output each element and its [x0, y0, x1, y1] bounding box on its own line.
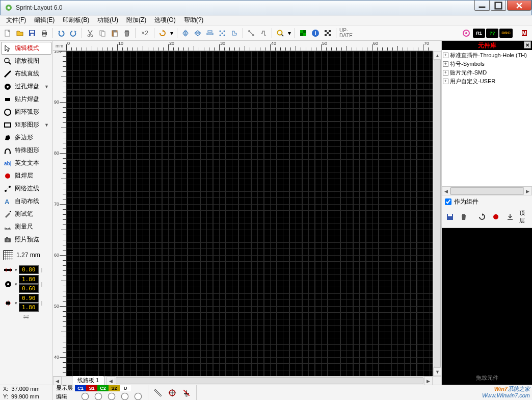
library-close-button[interactable]: ✕: [524, 41, 531, 48]
paste-button[interactable]: [109, 28, 120, 39]
layer-radio-S2[interactable]: [121, 395, 129, 401]
menu-file[interactable]: 文件(F): [2, 15, 30, 26]
pcb-canvas[interactable]: [66, 51, 433, 376]
horizontal-scrollbar[interactable]: ◀ 线路板 1 ◀ ▶: [53, 376, 441, 385]
tool-track[interactable]: 布线直线: [1, 67, 51, 80]
align-button[interactable]: [204, 28, 216, 39]
expand-icon[interactable]: +: [443, 61, 448, 67]
menu-help[interactable]: 帮助(?): [180, 15, 208, 26]
tool-mask[interactable]: 阻焊层: [1, 169, 51, 182]
contrast-mode-button[interactable]: [152, 387, 164, 398]
tree-item[interactable]: +符号-Symbols: [443, 60, 531, 68]
tool-rect[interactable]: 矩形图形▼: [1, 118, 51, 131]
layer-swatch-C1[interactable]: C1: [75, 385, 86, 391]
lib-refresh-button[interactable]: [477, 211, 487, 222]
save-button[interactable]: [26, 28, 38, 39]
transparent-button[interactable]: [298, 28, 309, 39]
lib-record-button[interactable]: [491, 211, 501, 222]
expand-icon[interactable]: +: [443, 70, 448, 76]
redo-button[interactable]: [68, 28, 79, 39]
target-button[interactable]: [461, 28, 472, 39]
menu-options[interactable]: 选项(O): [150, 15, 179, 26]
expand-icon[interactable]: +: [443, 53, 448, 58]
tool-photo[interactable]: 照片预览: [1, 233, 51, 246]
vertical-scrollbar[interactable]: ▲ ▼: [433, 51, 441, 376]
board-tab[interactable]: 线路板 1: [72, 376, 104, 385]
help-button[interactable]: ??: [486, 29, 498, 38]
bitmap-button[interactable]: [322, 28, 333, 39]
svg-rect-2: [479, 6, 486, 8]
maximize-button[interactable]: [491, 1, 506, 11]
component-preview[interactable]: 拖放元件: [442, 228, 532, 385]
ground-off-button[interactable]: [181, 387, 192, 398]
as-component-input[interactable]: [445, 198, 451, 205]
copy-button[interactable]: [97, 28, 108, 39]
layer-swatch-U[interactable]: U: [120, 385, 131, 391]
mirror-v-button[interactable]: [192, 28, 203, 39]
new-button[interactable]: [2, 28, 13, 39]
tool-circle[interactable]: 圆环弧形: [1, 106, 51, 118]
connections-button[interactable]: [246, 28, 257, 39]
menu-board[interactable]: 印刷板(B): [59, 15, 93, 26]
tool-pad[interactable]: 过孔焊盘▼: [1, 80, 51, 93]
close-button[interactable]: [507, 1, 531, 11]
library-scrollbar[interactable]: ◀ ▶: [442, 187, 532, 195]
layer-radio-S1[interactable]: [94, 395, 102, 401]
tool-measure[interactable]: 测量尺: [1, 220, 51, 233]
zoom-toolbar-button[interactable]: [275, 28, 286, 39]
swap-dims-button[interactable]: [1, 313, 51, 322]
lib-import-button[interactable]: [505, 211, 515, 222]
tree-item[interactable]: +标准直插件-Through-Hole (TH): [443, 51, 531, 60]
duplicate-button[interactable]: ×2: [138, 28, 151, 39]
menu-function[interactable]: 功能(U): [93, 15, 122, 26]
info-button[interactable]: i: [310, 28, 321, 39]
r1-button[interactable]: R1: [473, 29, 485, 38]
tree-item[interactable]: +用户自定义-USER: [443, 77, 531, 86]
grid-setting[interactable]: 1.27 mm: [1, 249, 51, 261]
layer-swatch-S1[interactable]: S1: [86, 385, 97, 391]
minimize-button[interactable]: [474, 1, 490, 11]
macro-button[interactable]: M: [519, 28, 530, 39]
library-tree[interactable]: +标准直插件-Through-Hole (TH)+符号-Symbols+贴片元件…: [442, 50, 532, 187]
mirror-h-button[interactable]: [180, 28, 191, 39]
tool-poly[interactable]: 多边形: [1, 131, 51, 144]
track-width-param[interactable]: ▾ 0.80 ‖: [3, 265, 49, 274]
tool-net[interactable]: 网络连线: [1, 182, 51, 195]
tool-cursor[interactable]: 编辑模式: [1, 42, 51, 55]
tool-auto[interactable]: A自动布线: [1, 195, 51, 208]
update-button[interactable]: UP- DATE: [339, 28, 353, 39]
tool-smd[interactable]: 贴片焊盘: [1, 93, 51, 106]
undo-button[interactable]: [56, 28, 67, 39]
crosshair-mode-button[interactable]: [167, 387, 178, 398]
rotate-dropdown[interactable]: ▾: [169, 28, 174, 39]
tool-special[interactable]: 特殊图形: [1, 144, 51, 157]
tool-zoom[interactable]: 缩放视图: [1, 55, 51, 67]
menu-edit[interactable]: 编辑(E): [30, 15, 59, 26]
layer-radio-C2[interactable]: [108, 395, 116, 401]
zoom-dropdown[interactable]: ▾: [287, 28, 292, 39]
tool-test[interactable]: 测试笔: [1, 208, 51, 220]
layer-radio-U[interactable]: [134, 395, 142, 401]
delete-button[interactable]: [121, 28, 132, 39]
layer-swatch-S2[interactable]: S2: [109, 385, 120, 391]
open-button[interactable]: [14, 28, 25, 39]
pad-size-param[interactable]: ▾ 1.80 0.60 ‖: [3, 275, 49, 293]
lib-delete-button[interactable]: [459, 211, 469, 222]
snap-button[interactable]: [217, 28, 228, 39]
cut-button[interactable]: [85, 28, 96, 39]
as-component-checkbox[interactable]: 作为组件: [442, 195, 532, 208]
tree-item[interactable]: +贴片元件-SMD: [443, 68, 531, 77]
layer-swatch-C2[interactable]: C2: [97, 385, 109, 391]
lib-save-button[interactable]: [445, 211, 455, 222]
autoroute-toolbar-button[interactable]: [258, 28, 269, 39]
layer-radio-C1[interactable]: [81, 395, 89, 401]
menu-addons[interactable]: 附加(Z): [122, 15, 150, 26]
group-button[interactable]: [229, 28, 240, 39]
drc-button[interactable]: DRC: [499, 29, 513, 38]
smd-size-param[interactable]: ▾ 0.90 1.80 ‖: [3, 294, 49, 312]
rotate-button[interactable]: [157, 28, 168, 39]
expand-icon[interactable]: +: [443, 79, 448, 84]
layer-label[interactable]: 顶层: [519, 209, 529, 224]
tool-text[interactable]: ab|英文文本: [1, 157, 51, 169]
print-button[interactable]: [39, 28, 50, 39]
